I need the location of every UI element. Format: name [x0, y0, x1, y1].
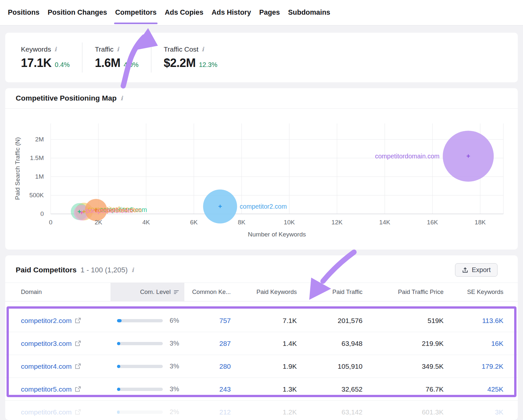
stat-label-row: Keywordsi	[21, 45, 70, 53]
column-header-se-keywords[interactable]: SE Keywords	[444, 288, 503, 296]
map-card-header: Competitive Positioning Map i	[5, 88, 518, 109]
external-link-icon[interactable]	[75, 363, 81, 369]
paid-traffic-price-value: 76.7K	[363, 385, 444, 393]
bubble-label-competitor4.com[interactable]: competitor4.com	[95, 206, 142, 214]
com-level-bar-fill	[117, 365, 120, 368]
paid-traffic-price-value: 601.3K	[363, 408, 444, 416]
x-tick-label: 16K	[427, 219, 438, 226]
external-link-icon[interactable]	[75, 340, 81, 347]
com-level-bar	[117, 411, 163, 414]
com-level-cell: 3%	[110, 363, 184, 370]
info-icon[interactable]: i	[117, 46, 119, 52]
common-keywords-link[interactable]: 243	[184, 385, 231, 393]
x-tick-label: 12K	[331, 219, 343, 226]
table-row: competitor4.com3%2801.9K105,910349.5K179…	[5, 355, 518, 378]
domain-link[interactable]: competitor3.com	[21, 340, 72, 347]
paid-traffic-value: 63,948	[297, 340, 363, 347]
paid-competitors-card: Paid Competitors 1 - 100 (1,205) i Expor…	[5, 255, 518, 420]
common-keywords-link[interactable]: 280	[184, 363, 231, 370]
paid-traffic-value: 105,910	[297, 363, 363, 370]
bubble-label-competitordomain.com[interactable]: competitordomain.com	[375, 153, 439, 160]
external-link-icon[interactable]	[75, 317, 81, 324]
tab-pages[interactable]: Pages	[259, 0, 280, 25]
com-level-value: 3%	[170, 340, 179, 347]
paid-keywords-value: 1.2K	[231, 408, 297, 416]
domain-cell: competitor4.com	[21, 363, 110, 370]
export-button[interactable]: Export	[455, 263, 498, 277]
column-header-domain[interactable]: Domain	[21, 288, 110, 296]
y-tick-label: 1M	[35, 173, 44, 180]
bubble-center-marker: +	[466, 153, 470, 160]
export-label: Export	[472, 266, 491, 274]
se-keywords-link[interactable]: 16K	[444, 340, 503, 347]
tab-ads-history[interactable]: Ads History	[211, 0, 251, 25]
external-link-icon[interactable]	[75, 409, 81, 415]
stat-delta: 0.4%	[55, 61, 70, 69]
domain-cell: competitor2.com	[21, 317, 110, 325]
paid-competitors-range: 1 - 100 (1,205)	[80, 266, 127, 274]
x-tick-label: 0	[49, 219, 53, 226]
paid-keywords-value: 1.9K	[231, 363, 297, 370]
com-level-bar-fill	[117, 388, 120, 391]
com-level-value: 2%	[170, 408, 179, 416]
info-icon[interactable]: i	[202, 46, 204, 52]
column-header-paid-traffic[interactable]: Paid Traffic	[297, 288, 363, 296]
stat-divider	[82, 42, 82, 73]
export-icon	[462, 267, 468, 273]
x-tick-label: 8K	[238, 219, 245, 226]
domain-cell: competitor5.com	[21, 385, 110, 393]
stat-value-row: $2.2M12.3%	[164, 56, 217, 70]
column-header-paid-keywords[interactable]: Paid Keywords	[231, 288, 297, 296]
se-keywords-link[interactable]: 113.6K	[444, 317, 503, 325]
tab-ads-copies[interactable]: Ads Copies	[165, 0, 203, 25]
info-icon[interactable]: i	[54, 46, 57, 52]
map-title: Competitive Positioning Map	[16, 94, 117, 103]
info-icon[interactable]: i	[132, 267, 134, 273]
table-row: competitor2.com6%7577.1K201,576519K113.6…	[5, 309, 518, 332]
x-tick-label: 10K	[284, 219, 295, 226]
com-level-cell: 2%	[110, 408, 184, 416]
stat-value: $2.2M	[164, 56, 196, 70]
common-keywords-link[interactable]: 287	[184, 340, 231, 347]
column-header-common-keywords[interactable]: Common Ke...	[184, 288, 231, 296]
com-level-cell: 6%	[110, 317, 184, 324]
domain-link[interactable]: competitor2.com	[21, 317, 72, 325]
se-keywords-link[interactable]: 3K	[444, 408, 503, 416]
column-header-com-level[interactable]: Com. Level	[110, 283, 184, 301]
com-level-value: 3%	[170, 363, 179, 370]
tab-subdomains[interactable]: Subdomains	[288, 0, 330, 25]
se-keywords-link[interactable]: 425K	[444, 385, 503, 393]
common-keywords-link[interactable]: 757	[184, 317, 231, 325]
paid-keywords-value: 1.4K	[231, 340, 297, 347]
com-level-bar	[117, 319, 163, 322]
bubble-label-competitor2.com[interactable]: competitor2.com	[240, 203, 287, 210]
stat-traffic-cost: Traffic Costi$2.2M12.3%	[164, 45, 217, 70]
overview-stats-card: Keywordsi17.1K0.4%Traffici1.6M4.0%Traffi…	[5, 33, 518, 82]
com-level-value: 3%	[170, 385, 179, 393]
domain-link[interactable]: competitor5.com	[21, 385, 72, 393]
se-keywords-link[interactable]: 179.2K	[444, 363, 503, 370]
column-header-paid-traffic-price[interactable]: Paid Traffic Price	[363, 288, 444, 296]
paid-competitors-header: Paid Competitors 1 - 100 (1,205) i Expor…	[5, 255, 518, 283]
com-level-bar-fill	[117, 411, 120, 414]
com-level-bar-fill	[117, 319, 122, 322]
common-keywords-link[interactable]: 212	[184, 408, 231, 416]
y-tick-label: 500K	[29, 192, 44, 199]
stat-value-row: 17.1K0.4%	[21, 56, 70, 70]
tab-competitors[interactable]: Competitors	[115, 0, 157, 25]
tab-positions[interactable]: Positions	[8, 0, 40, 25]
paid-traffic-value: 63,142	[297, 408, 363, 416]
domain-link[interactable]: competitor6.com	[21, 408, 72, 416]
tab-position-changes[interactable]: Position Changes	[48, 0, 107, 25]
external-link-icon[interactable]	[75, 386, 81, 392]
stat-divider	[151, 42, 151, 73]
domain-link[interactable]: competitor4.com	[21, 363, 72, 370]
y-tick-label: 1.5M	[30, 154, 44, 161]
table-row: competitor3.com3%2871.4K63,948219.9K16K	[5, 332, 518, 355]
com-level-bar-fill	[117, 342, 120, 345]
paid-traffic-price-value: 519K	[363, 317, 444, 325]
x-axis-title: Number of Keywords	[248, 231, 306, 238]
stat-traffic: Traffici1.6M4.0%	[95, 45, 139, 70]
x-tick-label: 2K	[94, 219, 102, 226]
info-icon[interactable]: i	[121, 95, 123, 101]
